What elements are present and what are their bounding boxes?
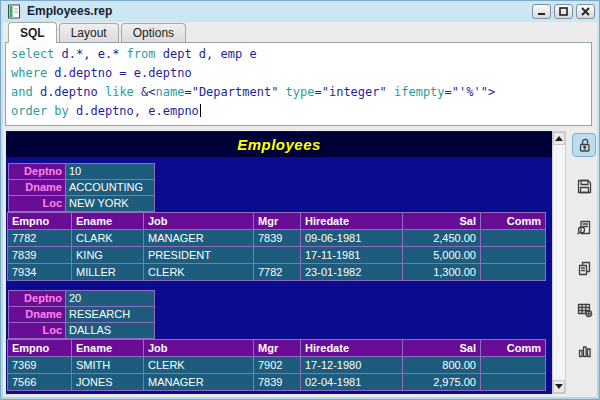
table-cell xyxy=(481,374,546,391)
titlebar[interactable]: Employees.rep xyxy=(0,0,600,22)
department-value: 10 xyxy=(66,164,155,180)
report-preview: Employees Deptno10DnameACCOUNTINGLocNEW … xyxy=(6,131,552,394)
arrow-up-icon xyxy=(555,136,563,141)
window-controls xyxy=(532,4,595,19)
department-row: LocNEW YORK xyxy=(9,196,155,212)
table-cell xyxy=(254,247,301,264)
table-cell: 7782 xyxy=(8,230,72,247)
copy-button[interactable] xyxy=(572,256,596,280)
sql-line: and d.deptno like &<name="Department" ty… xyxy=(11,83,586,102)
department-label: Deptno xyxy=(9,291,66,307)
column-header: Hiredate xyxy=(301,213,403,230)
sql-editor[interactable]: select d.*, e.* from dept d, emp ewhere … xyxy=(5,42,592,126)
report-title: Employees xyxy=(237,136,321,153)
column-header: Job xyxy=(144,340,254,357)
add-table-button[interactable] xyxy=(572,297,596,321)
table-cell: 7934 xyxy=(8,264,72,281)
department-row: LocDALLAS xyxy=(9,323,155,339)
minimize-button[interactable] xyxy=(532,4,551,19)
minimize-icon xyxy=(537,7,546,16)
sql-text: &< xyxy=(134,85,156,99)
table-cell: MANAGER xyxy=(144,230,254,247)
table-row: 7782CLARKMANAGER783909-06-19812,450.00 xyxy=(8,230,546,247)
table-cell: 17-11-1981 xyxy=(301,247,403,264)
table-cell: SMITH xyxy=(72,357,144,374)
department-value: ACCOUNTING xyxy=(66,180,155,196)
close-button[interactable] xyxy=(576,4,595,19)
save-button[interactable] xyxy=(572,174,596,198)
tab-sql[interactable]: SQL xyxy=(8,22,57,43)
table-cell: 7839 xyxy=(254,374,301,391)
sql-keyword: ifempty xyxy=(394,85,445,99)
sql-keyword: type xyxy=(286,85,315,99)
table-cell: 2,975.00 xyxy=(403,374,481,391)
sql-text: d.*, e.* xyxy=(54,47,126,61)
tab-options[interactable]: Options xyxy=(121,23,186,42)
sql-text: ="'%'"> xyxy=(445,85,496,99)
sql-text: d.deptno = e.deptno xyxy=(47,66,192,80)
table-cell: 7839 xyxy=(254,230,301,247)
copy-icon xyxy=(576,260,593,277)
table-cell: 800.00 xyxy=(403,357,481,374)
maximize-button[interactable] xyxy=(554,4,573,19)
department-row: Deptno10 xyxy=(9,164,155,180)
table-cell: 5,000.00 xyxy=(403,247,481,264)
bar-chart-button[interactable] xyxy=(572,338,596,362)
column-header: Sal xyxy=(403,340,481,357)
print-preview-button[interactable] xyxy=(572,215,596,239)
sql-keyword: from xyxy=(127,47,156,61)
department-value: 20 xyxy=(66,291,155,307)
table-cell: 2,450.00 xyxy=(403,230,481,247)
table-cell: CLERK xyxy=(144,357,254,374)
table-cell: 7369 xyxy=(8,357,72,374)
vertical-scrollbar[interactable] xyxy=(552,131,566,394)
unlock-icon xyxy=(576,137,593,154)
column-header: Comm xyxy=(481,213,546,230)
sql-line: order by d.deptno, e.empno xyxy=(11,102,586,121)
sql-text: ="integer" xyxy=(315,85,394,99)
department-row: Deptno20 xyxy=(9,291,155,307)
department-row: DnameACCOUNTING xyxy=(9,180,155,196)
table-cell: 09-06-1981 xyxy=(301,230,403,247)
table-cell: 02-04-1981 xyxy=(301,374,403,391)
table-cell: KING xyxy=(72,247,144,264)
scroll-up-button[interactable] xyxy=(553,132,565,145)
arrow-down-icon xyxy=(555,384,563,389)
department-table: Deptno20DnameRESEARCHLocDALLAS xyxy=(8,290,155,339)
table-cell: 7839 xyxy=(8,247,72,264)
table-cell xyxy=(481,247,546,264)
save-icon xyxy=(576,178,593,195)
table-cell: MANAGER xyxy=(144,374,254,391)
employee-header-row: EmpnoEnameJobMgrHiredateSalComm xyxy=(8,213,546,230)
unlock-button[interactable] xyxy=(572,133,596,157)
report-body: Deptno10DnameACCOUNTINGLocNEW YORKEmpnoE… xyxy=(6,163,552,391)
tab-layout[interactable]: Layout xyxy=(59,23,119,42)
table-cell xyxy=(481,230,546,247)
column-header: Mgr xyxy=(254,340,301,357)
sql-keyword: name xyxy=(156,85,185,99)
column-header: Empno xyxy=(8,213,72,230)
column-header: Ename xyxy=(72,213,144,230)
column-header: Mgr xyxy=(254,213,301,230)
sql-text: d.deptno xyxy=(33,85,105,99)
sql-line: where d.deptno = e.deptno xyxy=(11,64,586,83)
scroll-down-button[interactable] xyxy=(553,380,565,393)
department-label: Dname xyxy=(9,307,66,323)
column-header: Sal xyxy=(403,213,481,230)
department-label: Loc xyxy=(9,323,66,339)
department-label: Dname xyxy=(9,180,66,196)
column-header: Empno xyxy=(8,340,72,357)
column-header: Hiredate xyxy=(301,340,403,357)
table-cell: 17-12-1980 xyxy=(301,357,403,374)
sql-text: ="Department" xyxy=(184,85,285,99)
table-cell: MILLER xyxy=(72,264,144,281)
column-header: Job xyxy=(144,213,254,230)
sql-text: dept d, emp e xyxy=(156,47,257,61)
tab-bar: SQL Layout Options xyxy=(3,22,597,42)
sql-keyword: like xyxy=(105,85,134,99)
employee-table: EmpnoEnameJobMgrHiredateSalComm7369SMITH… xyxy=(7,339,546,391)
table-cell: 1,300.00 xyxy=(403,264,481,281)
table-row: 7566JONESMANAGER783902-04-19812,975.00 xyxy=(8,374,546,391)
table-row: 7934MILLERCLERK778223-01-19821,300.00 xyxy=(8,264,546,281)
department-value: DALLAS xyxy=(66,323,155,339)
